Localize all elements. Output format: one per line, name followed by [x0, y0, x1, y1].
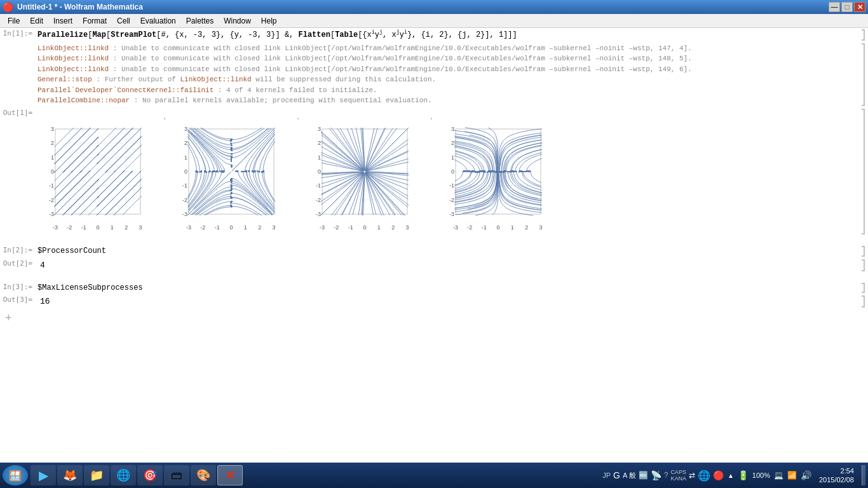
cell-in2: In[2]:= $ProcessorCount	[0, 245, 868, 258]
taskbar-app-files[interactable]: 📁	[84, 465, 109, 485]
cell-bracket-out2[interactable]	[859, 258, 867, 273]
battery-icon: 🔋	[738, 470, 749, 480]
msg-linkobj-3: LinkObject::linkd : Unable to communicat…	[37, 64, 854, 75]
menu-bar: File Edit Insert Format Cell Evaluation …	[0, 14, 868, 28]
msg-general-text: Further output of LinkObject::linkd will…	[105, 76, 437, 83]
close-button[interactable]: ✕	[854, 2, 865, 12]
taskbar-app-media[interactable]: ▶	[31, 465, 56, 485]
menu-window[interactable]: Window	[219, 15, 256, 27]
msg-text-3: Unable to communicate with closed link L…	[121, 65, 692, 73]
out1-label: Out[1]=	[0, 107, 35, 117]
stream-plot-4[interactable]	[438, 111, 559, 232]
apps-tray: 🔤	[639, 471, 648, 480]
input-switch[interactable]: ⇄	[689, 471, 695, 480]
add-cell-button[interactable]: +	[0, 309, 868, 327]
plots-container: ， ， ，	[37, 109, 854, 234]
audio-icon: 🔊	[801, 470, 811, 480]
stream-plot-2[interactable]	[171, 111, 292, 232]
msg-parallel-text-2: No parallel kernels available; proceedin…	[142, 97, 431, 104]
msg-parallel-name-2: ParallelCombine::nopar	[37, 97, 130, 104]
out3-value: 16	[37, 295, 854, 308]
minimize-button[interactable]: —	[829, 2, 840, 12]
out3-label: Out[3]=	[0, 294, 35, 304]
in1-content[interactable]: Parallelize[Map[StreamPlot[#, {x, -3, 3}…	[35, 28, 857, 42]
title-bar-left: 🔴 Untitled-1 * - Wolfram Mathematica	[3, 2, 143, 12]
cell-out3: Out[3]= 16	[0, 294, 868, 309]
app-icon: 🔴	[3, 2, 13, 12]
msg-text-2: Unable to communicate with closed link L…	[121, 55, 692, 62]
msg-general-name: General::stop	[37, 76, 92, 83]
msg-parallel-nopar: ParallelCombine::nopar : No parallel ker…	[37, 95, 854, 106]
title-bar-controls[interactable]: — □ ✕	[829, 2, 865, 12]
cell-in3: In[3]:= $MaxLicenseSubprocesses	[0, 281, 868, 295]
bluetooth-icon: 📶	[787, 471, 797, 480]
taskbar-app-red[interactable]: 🎯	[137, 465, 163, 485]
cell-bracket-in2[interactable]	[859, 245, 867, 258]
msg-parallel-text-1: 4 of 4 kernels failed to initialize.	[226, 86, 377, 94]
in3-code[interactable]: $MaxLicenseSubprocesses	[37, 283, 854, 294]
menu-cell[interactable]: Cell	[112, 15, 135, 27]
in3-content[interactable]: $MaxLicenseSubprocesses	[35, 281, 857, 295]
notebook-wrapper: In[1]:= Parallelize[Map[StreamPlot[#, {x…	[0, 28, 868, 463]
msg-general-stop: General::stop : Further output of LinkOb…	[37, 74, 854, 85]
out2-value: 4	[37, 259, 854, 271]
msg-text-1: Unable to communicate with closed link L…	[121, 44, 692, 52]
msg-name-3: LinkObject::linkd	[37, 65, 109, 73]
spacer-1	[0, 236, 868, 245]
in1-label: In[1]:=	[0, 28, 35, 37]
menu-evaluation[interactable]: Evaluation	[135, 15, 181, 27]
notification-icon: 🔴	[713, 470, 724, 480]
in1-code[interactable]: Parallelize[Map[StreamPlot[#, {x, -3, 3}…	[37, 29, 854, 41]
battery-percent: 100%	[752, 471, 770, 479]
stream-plot-1[interactable]	[37, 111, 158, 232]
lang-indicator: JP	[602, 471, 611, 479]
cell-bracket-in1[interactable]	[859, 28, 867, 42]
in3-label: In[3]:=	[0, 281, 35, 291]
system-clock[interactable]: 2:54 2015/02/08	[815, 466, 858, 485]
in2-label: In[2]:=	[0, 245, 35, 254]
menu-format[interactable]: Format	[78, 15, 112, 27]
notebook[interactable]: In[1]:= Parallelize[Map[StreamPlot[#, {x…	[0, 28, 868, 463]
cell-bracket-msgs[interactable]	[859, 42, 867, 107]
msg-parallel-name-1: Parallel`Developer`ConnectKernel::failin…	[37, 86, 214, 94]
out1-content: ， ， ，	[35, 107, 857, 236]
msg-name-2: LinkObject::linkd	[37, 55, 109, 62]
tray-icon-1: 📡	[651, 470, 661, 480]
cell-bracket-in3[interactable]	[859, 281, 867, 295]
menu-edit[interactable]: Edit	[25, 15, 48, 27]
messages-content: LinkObject::linkd : Unable to communicat…	[35, 42, 857, 107]
font-indicator: A 般	[623, 471, 636, 480]
menu-palettes[interactable]: Palettes	[181, 15, 219, 27]
msg-name-1: LinkObject::linkd	[37, 44, 109, 52]
cell-bracket-out1[interactable]	[859, 107, 867, 236]
sys-tray: JP G A 般 🔤 📡 ? CAPSKANA ⇄ 🌐 🔴	[602, 469, 724, 482]
cell-in1: In[1]:= Parallelize[Map[StreamPlot[#, {x…	[0, 28, 868, 42]
msg-linkobj-1: LinkObject::linkd : Unable to communicat…	[37, 43, 854, 54]
caps-indicator: CAPSKANA	[670, 469, 686, 482]
in2-code[interactable]: $ProcessorCount	[37, 246, 854, 257]
clock-time: 2:54	[819, 466, 854, 475]
menu-insert[interactable]: Insert	[48, 15, 78, 27]
taskbar-app-palette[interactable]: 🎨	[191, 465, 216, 485]
taskbar-app-firefox[interactable]: 🦊	[57, 465, 83, 485]
cell-bracket-out3[interactable]	[859, 294, 867, 309]
show-desktop[interactable]	[862, 465, 865, 485]
msg-parallel-failinit: Parallel`Developer`ConnectKernel::failin…	[37, 85, 854, 96]
menu-help[interactable]: Help	[256, 15, 282, 27]
taskbar-app-mathematica[interactable]: ✖	[217, 465, 243, 485]
maximize-button[interactable]: □	[841, 2, 853, 12]
google-icon: G	[613, 470, 620, 480]
title-bar: 🔴 Untitled-1 * - Wolfram Mathematica — □…	[0, 0, 868, 14]
tray-expand[interactable]: ▲	[728, 472, 734, 479]
taskbar-app-ie[interactable]: 🌐	[111, 465, 136, 485]
in2-content[interactable]: $ProcessorCount	[35, 245, 857, 258]
taskbar-app-folder2[interactable]: 🗃	[164, 465, 189, 485]
menu-file[interactable]: File	[3, 15, 25, 27]
cpu-icon: 💻	[774, 471, 783, 480]
msg-linkobj-2: LinkObject::linkd : Unable to communicat…	[37, 53, 854, 64]
out3-content: 16	[35, 294, 857, 309]
messages-row: LinkObject::linkd : Unable to communicat…	[0, 42, 868, 107]
stream-plot-3[interactable]	[304, 111, 425, 232]
taskbar-apps: ▶ 🦊 📁 🌐 🎯 🗃 🎨 ✖	[31, 465, 243, 485]
start-button[interactable]: 🪟	[3, 465, 28, 485]
